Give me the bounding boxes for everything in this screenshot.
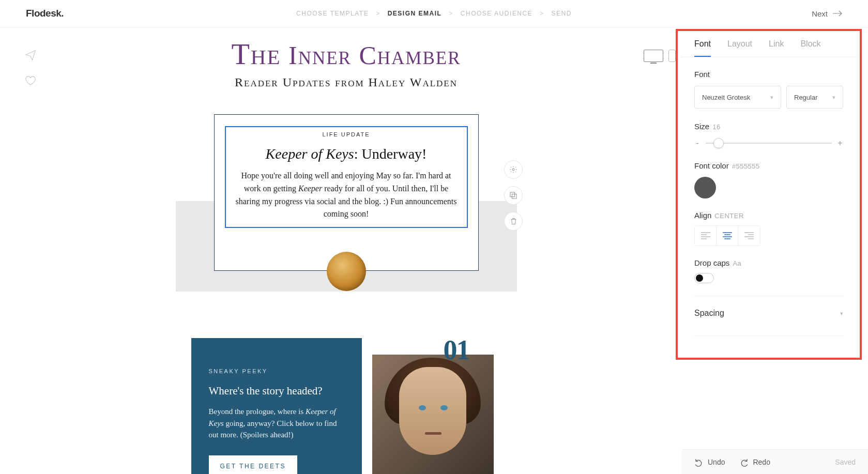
trash-icon xyxy=(510,217,517,225)
panel-divider xyxy=(694,296,843,296)
chevron-down-icon: ▾ xyxy=(770,94,773,101)
spacing-label: Spacing xyxy=(694,309,724,318)
bottom-toolbar: Undo Redo Saved xyxy=(682,449,868,474)
dropcaps-toggle[interactable] xyxy=(694,273,714,283)
svg-rect-2 xyxy=(512,194,516,198)
svg-point-0 xyxy=(512,169,514,171)
next-button[interactable]: Next xyxy=(812,9,842,18)
headline-rest: : Underway! xyxy=(354,146,427,162)
size-slider[interactable] xyxy=(706,143,832,144)
color-label: Font color xyxy=(694,161,729,170)
redo-icon xyxy=(739,457,749,467)
size-decrease-button[interactable]: - xyxy=(694,139,701,148)
properties-panel: Font Layout Link Block Font Neuzeit Grot… xyxy=(681,30,857,448)
section2-body: Beyond the prologue, where is Keeper of … xyxy=(209,406,346,441)
breadcrumb-step-design[interactable]: DESIGN EMAIL xyxy=(388,10,442,17)
undo-button[interactable]: Undo xyxy=(694,457,725,467)
panel-divider xyxy=(694,335,843,336)
section1-headline: Keeper of Keys: Underway! xyxy=(231,146,462,162)
selected-text-block[interactable]: LIFE UPDATE Keeper of Keys: Underway! Ho… xyxy=(225,126,468,228)
breadcrumb-step-send[interactable]: SEND xyxy=(552,10,572,17)
breadcrumb: CHOOSE TEMPLATE > DESIGN EMAIL > CHOOSE … xyxy=(296,10,572,17)
block-duplicate-button[interactable] xyxy=(504,186,523,205)
size-slider-thumb[interactable] xyxy=(713,138,724,148)
brand-title-part2: Inner Chamber xyxy=(288,41,461,70)
headline-em: Keeper of Keys xyxy=(266,146,354,162)
logo[interactable]: Flodesk. xyxy=(26,8,64,19)
block-settings-button[interactable] xyxy=(504,160,523,179)
align-center-icon xyxy=(723,232,732,239)
svg-rect-1 xyxy=(510,192,515,197)
chevron-down-icon: ▾ xyxy=(832,94,835,101)
toggle-dot xyxy=(696,274,703,282)
s2-body-p1: Beyond the prologue, where is xyxy=(209,407,306,416)
dropcaps-label: Drop caps xyxy=(694,258,729,267)
color-value: #555555 xyxy=(732,162,760,170)
spacing-section-toggle[interactable]: Spacing ▾ xyxy=(694,309,843,323)
section1-body: Hope you're all doing well and enjoying … xyxy=(231,170,462,221)
save-status: Saved xyxy=(835,458,856,466)
section2-tag: SNEAKY PEEKY xyxy=(209,368,346,374)
section2-portrait-image xyxy=(372,355,494,474)
font-color-swatch[interactable] xyxy=(694,177,716,198)
size-label: Size xyxy=(694,122,709,131)
email-canvas[interactable]: The Inner Chamber Reader Updates from Ha… xyxy=(0,27,692,474)
breadcrumb-step-template[interactable]: CHOOSE TEMPLATE xyxy=(296,10,369,17)
tab-font[interactable]: Font xyxy=(694,39,711,57)
block-delete-button[interactable] xyxy=(504,212,523,231)
tab-link[interactable]: Link xyxy=(769,39,784,57)
align-value: CENTER xyxy=(714,212,743,220)
breadcrumb-sep: > xyxy=(540,10,544,17)
dropcaps-value: Aa xyxy=(733,259,741,267)
arrow-right-icon xyxy=(833,10,842,17)
section2-number: 01 xyxy=(444,334,469,366)
gear-icon xyxy=(509,165,517,174)
section2-cta-button[interactable]: GET THE DEETS xyxy=(209,455,297,474)
align-right-icon xyxy=(744,232,754,239)
duplicate-icon xyxy=(509,191,517,200)
section2-block[interactable]: 01 SNEAKY PEEKY Where's the story headed… xyxy=(191,338,501,474)
align-left-button[interactable] xyxy=(695,226,717,246)
size-value: 16 xyxy=(712,123,720,131)
align-left-icon xyxy=(701,232,710,239)
section2-heading: Where's the story headed? xyxy=(209,385,346,397)
tab-block[interactable]: Block xyxy=(800,39,820,57)
next-label: Next xyxy=(812,9,828,18)
body-em: Keeper xyxy=(298,184,322,193)
align-label: Align xyxy=(694,211,711,220)
align-right-button[interactable] xyxy=(738,226,760,246)
section1-box[interactable]: LIFE UPDATE Keeper of Keys: Underway! Ho… xyxy=(214,114,479,271)
undo-label: Undo xyxy=(708,458,725,466)
font-family-value: Neuzeit Grotesk xyxy=(702,94,750,101)
chevron-down-icon: ▾ xyxy=(840,310,843,317)
undo-icon xyxy=(694,457,704,467)
font-weight-select[interactable]: Regular ▾ xyxy=(786,86,843,109)
redo-button[interactable]: Redo xyxy=(739,457,770,467)
size-increase-button[interactable]: + xyxy=(837,139,843,148)
redo-label: Redo xyxy=(753,458,770,466)
brand-title-part1: The xyxy=(231,37,281,71)
align-center-button[interactable] xyxy=(717,226,738,246)
ornament-seal-icon xyxy=(327,252,366,291)
font-label: Font xyxy=(694,70,843,79)
email-brand-subtitle[interactable]: Reader Updates from Haley Walden xyxy=(191,75,501,89)
breadcrumb-sep: > xyxy=(449,10,453,17)
font-weight-value: Regular xyxy=(794,94,818,101)
section1-tag: LIFE UPDATE xyxy=(231,131,462,137)
tab-layout[interactable]: Layout xyxy=(727,39,752,57)
breadcrumb-sep: > xyxy=(376,10,380,17)
email-brand-title[interactable]: The Inner Chamber xyxy=(191,37,501,71)
s2-body-p2: going, anyway? Click below to find out m… xyxy=(209,419,337,439)
font-family-select[interactable]: Neuzeit Grotesk ▾ xyxy=(694,86,781,109)
breadcrumb-step-audience[interactable]: CHOOSE AUDIENCE xyxy=(461,10,532,17)
